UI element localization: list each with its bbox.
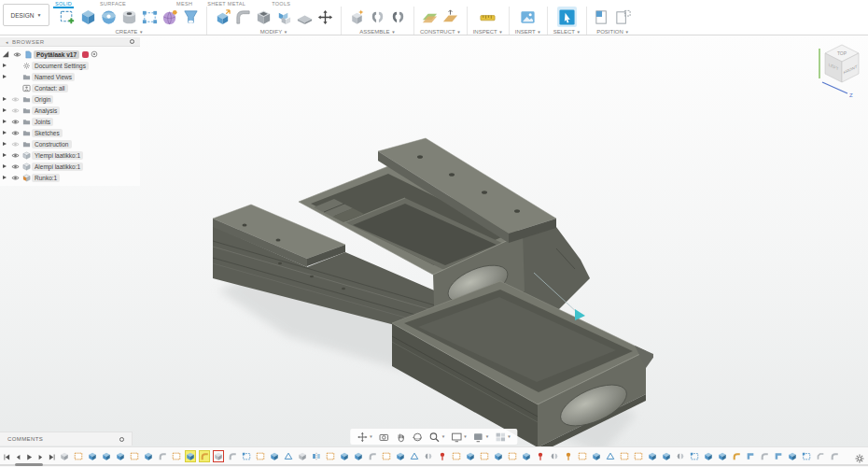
select-icon[interactable] bbox=[557, 7, 577, 27]
zoom-icon[interactable]: ▼ bbox=[427, 432, 447, 443]
cad-model-drawer-assembly[interactable] bbox=[205, 136, 653, 454]
timeline-feature-mirror[interactable] bbox=[311, 450, 322, 462]
visibility-eye-icon[interactable] bbox=[11, 50, 22, 59]
offset-plane-icon[interactable] bbox=[441, 7, 460, 27]
timeline-feature-extrude[interactable] bbox=[465, 450, 476, 462]
create-sketch-icon[interactable] bbox=[58, 7, 77, 27]
timeline-feature-chamfer[interactable] bbox=[815, 450, 826, 462]
timeline-scrub-thumb[interactable] bbox=[15, 463, 43, 466]
timeline-scrub-track[interactable] bbox=[0, 464, 868, 466]
group-label-select[interactable]: SELECT ▼ bbox=[553, 29, 581, 35]
new-component-icon[interactable] bbox=[347, 7, 367, 27]
group-label-construct[interactable]: CONSTRUCT ▼ bbox=[420, 29, 461, 35]
visibility-eye-icon[interactable] bbox=[9, 95, 21, 104]
timeline-feature-fillet[interactable] bbox=[759, 450, 770, 462]
tab-surface[interactable]: SURFACE bbox=[98, 0, 128, 7]
timeline-feature-extrude[interactable] bbox=[521, 450, 532, 462]
timeline-feature-pattern[interactable] bbox=[241, 450, 252, 462]
browser-item-origin[interactable]: Origin bbox=[0, 93, 140, 105]
timeline-feature-extrude[interactable] bbox=[395, 450, 406, 462]
joint-icon[interactable] bbox=[368, 7, 387, 27]
timeline-feature-flag[interactable] bbox=[745, 450, 756, 462]
fillet-icon[interactable] bbox=[233, 7, 253, 27]
timeline-feature-box[interactable] bbox=[59, 450, 70, 462]
construction-plane-icon[interactable] bbox=[420, 7, 440, 27]
panel-options-icon[interactable] bbox=[130, 39, 134, 44]
timeline-feature-sketch[interactable] bbox=[325, 450, 336, 462]
expand-arrow-icon[interactable] bbox=[0, 108, 9, 112]
timeline-feature-sketch[interactable] bbox=[577, 450, 588, 462]
create-form-icon[interactable] bbox=[161, 7, 180, 27]
timeline-step-back-button[interactable] bbox=[13, 451, 23, 462]
timeline-feature-loft[interactable] bbox=[605, 450, 616, 462]
timeline-feature-fillet[interactable] bbox=[227, 450, 238, 462]
timeline-feature-joint[interactable] bbox=[549, 450, 560, 462]
timeline-feature-sketch[interactable] bbox=[381, 450, 392, 462]
expand-arrow-icon[interactable] bbox=[0, 75, 9, 78]
timeline-feature-pin-red[interactable] bbox=[535, 450, 546, 462]
group-label-position[interactable]: POSITION ▼ bbox=[596, 29, 629, 35]
hole-icon[interactable] bbox=[119, 7, 139, 27]
orbit-icon[interactable] bbox=[411, 432, 426, 443]
as-built-joint-icon[interactable] bbox=[388, 7, 408, 27]
fit-icon[interactable]: ▼ bbox=[449, 432, 469, 443]
timeline-feature-loft[interactable] bbox=[283, 450, 294, 462]
capture-position-icon[interactable] bbox=[593, 7, 612, 27]
timeline-feature-extrude[interactable] bbox=[493, 450, 504, 462]
timeline-feature-extrude[interactable] bbox=[269, 450, 280, 462]
timeline-feature-sketch[interactable] bbox=[171, 450, 182, 462]
expand-arrow-icon[interactable] bbox=[0, 142, 9, 146]
timeline-feature-fillet[interactable] bbox=[157, 450, 168, 462]
timeline-feature-sketch[interactable] bbox=[129, 450, 140, 462]
timeline-go-to-end-button[interactable] bbox=[47, 451, 57, 462]
group-label-insert[interactable]: INSERT ▼ bbox=[515, 29, 541, 35]
sweep-icon[interactable] bbox=[181, 7, 201, 27]
timeline-feature-pin-red[interactable] bbox=[437, 450, 448, 462]
timeline-feature-sketch[interactable] bbox=[73, 450, 84, 462]
activate-radio-icon[interactable] bbox=[91, 50, 98, 59]
timeline-feature-sketch[interactable] bbox=[633, 450, 644, 462]
timeline-feature-pattern[interactable] bbox=[801, 450, 812, 462]
timeline-feature-extrude[interactable] bbox=[115, 450, 126, 462]
visibility-eye-icon[interactable] bbox=[9, 129, 21, 137]
timeline-feature-sketch[interactable] bbox=[507, 450, 518, 462]
timeline-feature-extrude[interactable] bbox=[87, 450, 98, 462]
3d-viewport[interactable]: Z TOP LEFT FRONT ◂ BROWSER Pöytälaak v17… bbox=[0, 35, 868, 446]
browser-item-contact-all[interactable]: Contact: all bbox=[0, 82, 140, 93]
group-label-modify[interactable]: MODIFY ▼ bbox=[260, 29, 287, 35]
visibility-eye-icon[interactable] bbox=[9, 106, 21, 115]
timeline-feature-joint[interactable] bbox=[675, 450, 686, 462]
shell-icon[interactable] bbox=[254, 7, 273, 27]
measure-icon[interactable] bbox=[478, 7, 497, 27]
timeline-feature-box[interactable] bbox=[213, 450, 224, 462]
visibility-eye-icon[interactable] bbox=[9, 174, 21, 182]
move-copy-icon[interactable] bbox=[315, 7, 335, 27]
revert-position-icon[interactable] bbox=[613, 7, 633, 27]
timeline-go-to-start-button[interactable] bbox=[2, 451, 12, 462]
browser-item-ylempi-laatikko-1[interactable]: Ylempi laatikko:1 bbox=[0, 149, 140, 161]
timeline-play-button[interactable] bbox=[24, 451, 35, 462]
expand-arrow-icon[interactable] bbox=[0, 120, 9, 123]
timeline-feature-box[interactable] bbox=[297, 450, 308, 462]
timeline-feature-fillet-orange[interactable] bbox=[199, 450, 210, 462]
expand-arrow-icon[interactable] bbox=[0, 131, 9, 134]
expand-arrow-icon[interactable] bbox=[0, 176, 9, 179]
browser-item-sketches[interactable]: Sketches bbox=[0, 127, 140, 138]
timeline-feature-pin[interactable] bbox=[563, 450, 574, 462]
browser-item-named-views[interactable]: Named Views bbox=[0, 71, 140, 82]
pan-icon[interactable]: ▼ bbox=[355, 432, 374, 443]
display-settings-icon[interactable]: ▼ bbox=[471, 432, 491, 443]
timeline-feature-extrude[interactable] bbox=[703, 450, 714, 462]
timeline-feature-extrude[interactable] bbox=[661, 450, 672, 462]
design-menu-button[interactable]: DESIGN ▼ bbox=[3, 4, 49, 26]
visibility-eye-icon[interactable] bbox=[9, 140, 21, 149]
timeline-feature-extrude[interactable] bbox=[717, 450, 728, 462]
timeline-feature-loft[interactable] bbox=[409, 450, 420, 462]
comments-bar[interactable]: COMMENTS bbox=[0, 432, 133, 446]
timeline-feature-extrude[interactable] bbox=[185, 450, 196, 462]
browser-item-runko-1[interactable]: Runko:1 bbox=[0, 172, 140, 183]
timeline-feature-pattern[interactable] bbox=[689, 450, 700, 462]
group-label-create[interactable]: CREATE ▼ bbox=[115, 29, 143, 35]
collaborator-avatar[interactable] bbox=[82, 51, 89, 58]
timeline-feature-sketch[interactable] bbox=[451, 450, 462, 462]
